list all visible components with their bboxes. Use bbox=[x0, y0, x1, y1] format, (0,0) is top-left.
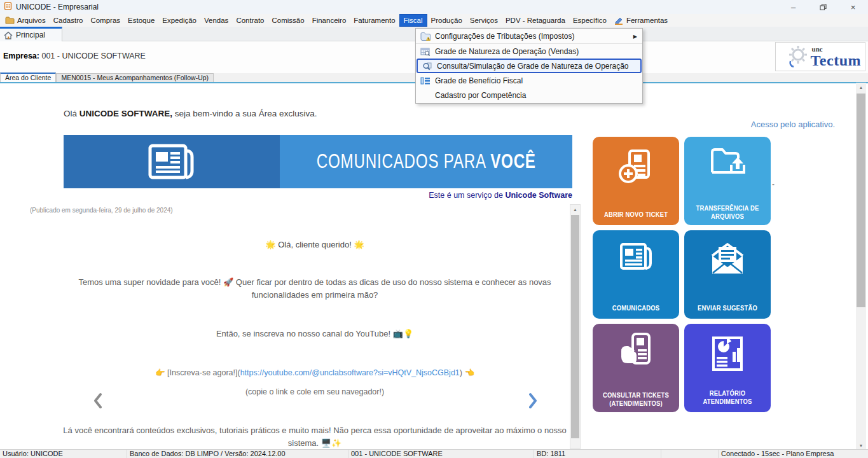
app-icon bbox=[4, 1, 12, 13]
tab-principal[interactable]: Principal bbox=[0, 27, 62, 41]
scroll-down-arrow[interactable]: ▼ bbox=[856, 443, 866, 448]
banner-title-block: COMUNICADOS PARA VOCÊ bbox=[280, 135, 572, 188]
menu-label: Arquivos bbox=[17, 17, 46, 24]
status-connection: Conectado - 15sec - Plano Empresa bbox=[719, 450, 868, 458]
menu-ferramentas[interactable]: Ferramentas bbox=[610, 14, 672, 27]
tile-label: RELATÓRIO ATENDIMENTOS bbox=[689, 389, 766, 406]
app-access-caption: Acesso pelo aplicativo. bbox=[751, 120, 835, 129]
tile-relatorio-atendimentos[interactable]: RELATÓRIO ATENDIMENTOS bbox=[684, 324, 771, 412]
menu-financeiro[interactable]: Financeiro bbox=[308, 14, 350, 27]
banner-title: COMUNICADOS PARA VOCÊ bbox=[316, 150, 535, 173]
titlebar: UNICODE - Empresarial – × bbox=[0, 0, 868, 14]
tile-enviar-sugestao[interactable]: ENVIAR SUGESTÃO bbox=[684, 230, 771, 319]
menu-item-label: Cadastro por Competência bbox=[435, 91, 526, 100]
new-ticket-icon bbox=[618, 148, 654, 184]
menu-label: Específico bbox=[573, 17, 607, 24]
scroll-up-arrow[interactable]: ▲ bbox=[570, 205, 580, 214]
banner-title-regular: COMUNICADOS PARA bbox=[316, 150, 490, 172]
chevron-left-icon bbox=[93, 392, 102, 409]
scroll-up-arrow[interactable]: ▲ bbox=[856, 83, 866, 92]
link-suffix: ) 👈 bbox=[460, 368, 474, 377]
menu-arquivos[interactable]: Arquivos bbox=[1, 14, 50, 27]
hand-ticket-icon bbox=[619, 331, 653, 367]
menu-compras[interactable]: Compras bbox=[86, 14, 124, 27]
minimize-button[interactable]: – bbox=[778, 0, 808, 14]
tile-transferencia-de-arquivos[interactable]: TRANSFERÊNCIA DE ARQUIVOS bbox=[684, 137, 771, 225]
menu-item-grade-natureza-operacao[interactable]: Grade de Natureza de Operação (Vendas) bbox=[416, 44, 642, 59]
newspaper-icon bbox=[141, 141, 202, 183]
home-icon bbox=[4, 31, 13, 39]
carousel-next-button[interactable] bbox=[529, 392, 538, 412]
page-scrollbar[interactable]: ▲ ▼ bbox=[856, 83, 866, 449]
tree-list-icon bbox=[416, 76, 435, 85]
published-date: (Publicado em segunda-feira, 29 de julho… bbox=[30, 207, 173, 214]
news-paragraph-1: Temos uma super novidade para você! 🚀 Qu… bbox=[65, 276, 564, 302]
company-label: Empresa: bbox=[3, 52, 39, 60]
menu-expedicao[interactable]: Expedição bbox=[158, 14, 200, 27]
menu-faturamento[interactable]: Faturamento bbox=[350, 14, 399, 27]
brand-text: unc Tectum bbox=[811, 46, 861, 68]
banner-title-bold: VOCÊ bbox=[490, 150, 536, 172]
news-paragraph-2: Então, se inscreva no nosso canal do You… bbox=[65, 329, 564, 338]
menu-item-consulta-simulacao-grade[interactable]: Consulta/Simulação de Grade de Natureza … bbox=[417, 59, 642, 73]
main-content: Olá UNICODE SOFTWARE, seja bem-vindo a s… bbox=[0, 82, 868, 449]
menu-estoque[interactable]: Estoque bbox=[124, 14, 158, 27]
window-controls: – × bbox=[778, 0, 868, 14]
news-scrollbar[interactable]: ▲ bbox=[570, 204, 581, 449]
menu-producao[interactable]: Produção bbox=[427, 14, 466, 27]
chevron-right-icon bbox=[529, 392, 538, 409]
greeting-line: Olá UNICODE SOFTWARE, seja bem-vindo a s… bbox=[64, 109, 317, 118]
search-document-icon bbox=[418, 62, 437, 71]
menu-cadastro[interactable]: Cadastro bbox=[50, 14, 87, 27]
menu-item-cadastro-por-competencia[interactable]: Cadastro por Competência bbox=[416, 88, 642, 102]
tile-abrir-novo-ticket[interactable]: ABRIR NOVO TICKET bbox=[593, 137, 679, 225]
menu-label: Cadastro bbox=[53, 17, 83, 24]
report-chart-icon bbox=[711, 335, 744, 372]
menu-servicos[interactable]: Serviços bbox=[466, 14, 502, 27]
scrollbar-thumb[interactable] bbox=[571, 215, 579, 438]
menu-label: Ferramentas bbox=[626, 17, 668, 24]
menu-vendas[interactable]: Vendas bbox=[200, 14, 232, 27]
menu-item-grade-beneficio-fiscal[interactable]: Grade de Benefício Fiscal bbox=[416, 73, 642, 88]
brand-tectum: Tectum bbox=[811, 52, 861, 69]
menu-label: Serviços bbox=[470, 17, 498, 24]
scrollbar-thumb[interactable] bbox=[857, 94, 865, 307]
grid-search-icon bbox=[416, 47, 435, 56]
restore-button[interactable] bbox=[808, 0, 838, 14]
menu-label: Estoque bbox=[128, 17, 155, 24]
menu-label: Expedição bbox=[162, 17, 196, 24]
greeting-company: UNICODE SOFTWARE, bbox=[79, 109, 172, 118]
menu-label: Comissão bbox=[272, 17, 304, 24]
menu-item-label: Grade de Natureza de Operação (Vendas) bbox=[435, 47, 579, 56]
menu-label: Produção bbox=[431, 17, 462, 24]
youtube-link[interactable]: https://youtube.com/@unclabsoftware?si=v… bbox=[240, 368, 460, 377]
menu-label: PDV - Retaguarda bbox=[506, 17, 565, 24]
company-value: 001 - UNICODE SOFTWARE bbox=[41, 52, 145, 60]
carousel-prev-button[interactable] bbox=[93, 392, 102, 412]
window-title: UNICODE - Empresarial bbox=[16, 3, 99, 11]
copy-hint: (copie o link e cole em seu navegador!) bbox=[65, 387, 564, 396]
status-company: 001 - UNICODE SOFTWARE bbox=[348, 450, 534, 458]
statusbar: Usuário: UNICODE Banco de Dados: DB LIMP… bbox=[0, 449, 868, 458]
tile-consultar-tickets[interactable]: CONSULTAR TICKETS (ATENDIMENTOS) bbox=[593, 324, 679, 412]
menu-label: Compras bbox=[90, 17, 120, 24]
tile-label: ABRIR NOVO TICKET bbox=[597, 211, 675, 219]
folder-warning-icon bbox=[416, 32, 435, 41]
tab-men0015-followup[interactable]: MEN0015 - Meus Acompanhamentos (Follow-U… bbox=[56, 73, 214, 82]
tile-comunicados[interactable]: COMUNICADOS bbox=[593, 230, 679, 319]
status-bd-number: BD: 1811 bbox=[534, 450, 661, 458]
tab-area-do-cliente[interactable]: Área do Cliente bbox=[0, 73, 56, 82]
menu-comissao[interactable]: Comissão bbox=[268, 14, 308, 27]
tools-icon bbox=[614, 17, 624, 25]
menu-item-configuracoes-tributacoes[interactable]: Configurações de Tributações (Impostos) … bbox=[416, 29, 642, 44]
open-envelope-icon bbox=[710, 242, 745, 276]
submenu-arrow-icon: ▶ bbox=[633, 34, 637, 39]
menu-fiscal[interactable]: Fiscal bbox=[399, 14, 427, 27]
menu-especifico[interactable]: Específico bbox=[569, 14, 610, 27]
menu-pdv-retaguarda[interactable]: PDV - Retaguarda bbox=[502, 14, 569, 27]
menu-label: Faturamento bbox=[354, 17, 395, 24]
close-button[interactable]: × bbox=[838, 0, 868, 14]
menu-label: Financeiro bbox=[312, 17, 347, 24]
menu-contrato[interactable]: Contrato bbox=[232, 14, 268, 27]
service-company: Unicode Software bbox=[505, 191, 572, 200]
